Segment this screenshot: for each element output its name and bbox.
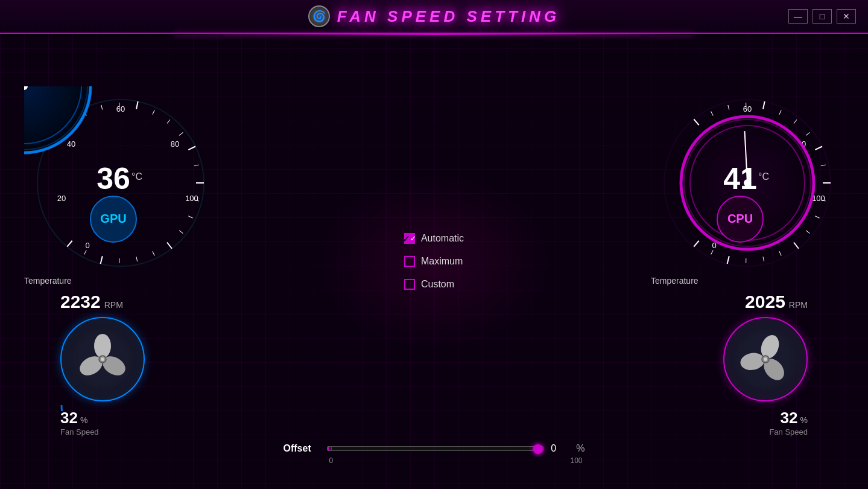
gpu-percent-display: 32 %: [60, 409, 87, 427]
svg-line-56: [815, 216, 819, 219]
svg-point-85: [764, 357, 767, 361]
svg-line-63: [711, 250, 714, 254]
window-controls: — □ ✕: [788, 9, 856, 24]
gpu-section: 0 20 40 60 80 100: [24, 86, 217, 436]
svg-text:20: 20: [57, 194, 66, 203]
svg-line-64: [694, 241, 699, 247]
gpu-fan-widget: 2232 RPM: [60, 292, 145, 436]
svg-text:36: 36: [97, 162, 130, 196]
app-icon: 🌀: [308, 5, 330, 27]
gpu-percent-unit: %: [80, 415, 87, 425]
offset-thumb[interactable]: [533, 444, 543, 454]
cpu-fan-circle: [723, 317, 808, 401]
maximum-option[interactable]: Maximum: [404, 256, 464, 267]
svg-line-3: [101, 105, 103, 110]
offset-scale-min: 0: [329, 456, 334, 465]
svg-point-83: [739, 351, 765, 372]
titlebar: 🌀 FAN SPEED SETTING — □ ✕: [0, 0, 868, 34]
offset-row: Offset 0 %: [284, 443, 585, 454]
cpu-rpm-value: 2025: [745, 292, 785, 312]
svg-text:°C: °C: [758, 171, 769, 182]
custom-option[interactable]: Custom: [404, 279, 464, 290]
offset-track[interactable]: [327, 446, 544, 451]
gpu-percent-value: 32: [60, 409, 78, 427]
gpu-rpm-display: 2232 RPM: [60, 292, 123, 312]
automatic-option[interactable]: ✓ Automatic: [404, 233, 464, 244]
cpu-rpm-unit: RPM: [789, 300, 808, 310]
gpu-rpm-value: 2232: [60, 292, 101, 312]
svg-line-21: [67, 241, 72, 247]
svg-line-8: [179, 132, 183, 135]
svg-line-20: [84, 250, 87, 254]
svg-line-45: [711, 111, 714, 115]
offset-label: Offset: [284, 443, 320, 454]
cpu-gauge: 0 20 40 60 80 100 41 °C: [651, 86, 844, 280]
svg-point-42: [101, 357, 104, 361]
maximize-button[interactable]: □: [813, 9, 832, 24]
cpu-percent-value: 32: [781, 409, 798, 427]
svg-text:60: 60: [116, 104, 125, 113]
app-title: FAN SPEED SETTING: [337, 7, 560, 26]
svg-line-16: [153, 251, 154, 255]
svg-text:CPU: CPU: [727, 212, 753, 225]
svg-line-57: [806, 231, 809, 234]
offset-value: 0: [551, 443, 569, 454]
svg-line-19: [101, 256, 103, 264]
center-controls: ✓ Automatic Maximum Custom: [404, 233, 464, 290]
svg-line-10: [194, 165, 199, 166]
svg-line-9: [188, 147, 195, 150]
svg-text:80: 80: [171, 139, 179, 149]
svg-point-38: [94, 334, 111, 358]
svg-line-60: [763, 257, 764, 261]
svg-line-17: [136, 257, 138, 261]
gpu-gauge: 0 20 40 60 80 100: [24, 86, 217, 280]
maximum-label: Maximum: [421, 256, 463, 267]
svg-line-15: [167, 243, 172, 249]
gpu-rpm-unit: RPM: [104, 300, 123, 310]
custom-label: Custom: [421, 279, 454, 290]
maximum-checkbox[interactable]: [404, 256, 415, 267]
svg-line-13: [188, 216, 192, 219]
cpu-fan-label: Fan Speed: [769, 427, 808, 436]
svg-line-14: [179, 231, 183, 234]
automatic-checkbox[interactable]: ✓: [404, 233, 415, 244]
offset-unit: %: [576, 443, 584, 454]
gpu-fan-circle-container: [60, 312, 145, 406]
offset-scale-max: 100: [570, 456, 582, 465]
cpu-section: 0 20 40 60 80 100 41 °C: [651, 86, 844, 436]
svg-text:0: 0: [85, 241, 89, 250]
svg-line-6: [153, 110, 154, 114]
offset-scale: 0 100: [329, 456, 583, 465]
svg-text:60: 60: [743, 104, 752, 113]
svg-line-5: [136, 101, 138, 109]
svg-line-49: [779, 110, 781, 114]
automatic-label: Automatic: [421, 233, 464, 244]
svg-text:100: 100: [185, 194, 198, 203]
svg-text:41: 41: [723, 162, 757, 196]
svg-line-50: [794, 120, 797, 123]
cpu-fan-svg: [735, 329, 796, 389]
custom-checkbox[interactable]: [404, 279, 415, 290]
svg-text:GPU: GPU: [100, 212, 126, 225]
offset-section: Offset 0 % 0 100: [284, 443, 585, 465]
close-button[interactable]: ✕: [837, 9, 856, 24]
svg-line-7: [167, 120, 170, 123]
svg-line-44: [694, 119, 699, 125]
svg-line-46: [728, 105, 729, 110]
cpu-gauge-svg: 0 20 40 60 80 100 41 °C: [651, 86, 844, 280]
svg-text:°C: °C: [131, 171, 142, 182]
gpu-fan-arc: [55, 363, 150, 411]
cpu-percent-display: 32 %: [781, 409, 808, 427]
svg-line-52: [815, 147, 822, 150]
svg-text:40: 40: [67, 139, 75, 149]
cpu-fan-widget: 2025 RPM 32: [723, 292, 808, 436]
cpu-percent-unit: %: [800, 415, 808, 425]
svg-line-59: [779, 251, 781, 255]
minimize-button[interactable]: —: [788, 9, 808, 24]
gpu-fan-label: Fan Speed: [60, 427, 99, 436]
svg-line-62: [727, 256, 729, 264]
svg-line-48: [763, 101, 765, 109]
svg-line-51: [806, 132, 809, 135]
svg-line-58: [794, 243, 799, 249]
offset-fill: [328, 447, 332, 450]
